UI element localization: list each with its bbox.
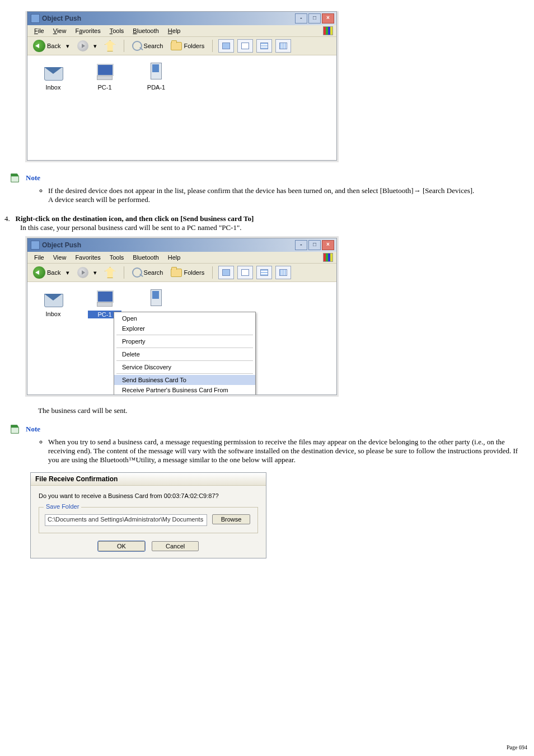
item-label: PDA-1	[139, 84, 173, 91]
cm-receive-business-card[interactable]: Receive Partner's Business Card From	[114, 385, 255, 395]
menu-view[interactable]: View	[49, 254, 71, 261]
view-icons-button[interactable]	[256, 266, 272, 279]
step-subtext: In this case, your personal business car…	[20, 223, 242, 232]
back-dd[interactable]: ▾	[66, 43, 69, 50]
context-menu: Open Explorer Property Delete Service Di…	[114, 312, 256, 395]
dialog-file-receive: File Receive Confirmation Do you want to…	[30, 472, 266, 558]
titlebar[interactable]: Object Push - □ ×	[27, 12, 336, 25]
back-label: Back	[47, 269, 60, 276]
windows-flag-icon	[323, 253, 333, 262]
browse-button[interactable]: Browse	[212, 514, 250, 524]
view-thumb-button[interactable]	[218, 39, 234, 53]
window-object-push-1: Object Push - □ × File View Favorites To…	[27, 11, 337, 161]
item-inbox[interactable]: Inbox	[36, 288, 70, 318]
item-inbox[interactable]: Inbox	[36, 62, 70, 91]
pda-icon	[145, 288, 167, 308]
note-label: Note	[26, 173, 40, 182]
view-tiles-button[interactable]	[237, 266, 253, 279]
item-pda1[interactable]: PDA-1	[139, 62, 173, 91]
pc-icon	[93, 62, 116, 82]
note2-heading: Note	[9, 423, 530, 435]
search-button[interactable]: Search	[130, 40, 166, 52]
folders-button[interactable]: Folders	[168, 41, 207, 51]
up-icon	[105, 267, 116, 278]
step-4: 4. Right-click on the destination icon, …	[4, 214, 530, 232]
cancel-button[interactable]: Cancel	[152, 541, 199, 551]
toolbar: Back ▾ ▾ Search Folders	[27, 37, 336, 55]
search-icon	[132, 267, 142, 278]
menu-tools[interactable]: Tools	[105, 27, 129, 34]
client-area[interactable]: Inbox PC-1 PDA-1	[27, 55, 336, 160]
cm-send-business-card[interactable]: Send Business Card To	[114, 375, 255, 385]
back-button[interactable]: Back ▾	[31, 265, 72, 280]
ok-button[interactable]: OK	[98, 541, 145, 551]
view-thumb-button[interactable]	[218, 266, 234, 279]
titlebar[interactable]: Object Push - □ ×	[27, 238, 336, 252]
forward-button[interactable]: ▾	[75, 266, 99, 279]
cm-delete[interactable]: Delete	[114, 349, 255, 359]
view-list-button[interactable]	[275, 266, 291, 279]
search-label: Search	[144, 43, 163, 49]
cm-explorer[interactable]: Explorer	[114, 323, 255, 334]
item-label: Inbox	[36, 84, 70, 91]
menu-tools[interactable]: Tools	[105, 254, 129, 261]
view-icons-button[interactable]	[256, 39, 272, 53]
forward-icon	[77, 267, 88, 278]
folders-label: Folders	[184, 269, 204, 276]
cm-separator	[116, 373, 253, 374]
note2-body: When you try to send a business card, a …	[26, 438, 530, 464]
close-button[interactable]: ×	[322, 240, 334, 250]
dialog-title[interactable]: File Receive Confirmation	[31, 473, 266, 486]
window-object-push-2: Object Push - □ × File View Favorites To…	[27, 238, 337, 395]
menu-file[interactable]: File	[30, 254, 49, 261]
title-icon	[31, 241, 40, 250]
toolbar: Back ▾ ▾ Search Folders	[27, 264, 336, 282]
up-button[interactable]	[102, 39, 118, 53]
save-path-input[interactable]: C:\Documents and Settings\Administrator\…	[45, 514, 207, 526]
folders-button[interactable]: Folders	[168, 267, 207, 278]
back-icon	[33, 40, 45, 52]
menu-view[interactable]: View	[49, 27, 71, 34]
menu-bluetooth[interactable]: Bluetooth	[128, 254, 163, 261]
back-dd[interactable]: ▾	[66, 269, 69, 276]
cm-separator	[116, 335, 253, 335]
menu-help[interactable]: Help	[163, 27, 185, 34]
cm-property[interactable]: Property	[114, 336, 255, 346]
dialog-question: Do you want to receive a Business Card f…	[39, 492, 258, 499]
note-icon	[9, 423, 21, 435]
back-icon	[33, 266, 45, 279]
view-list-button[interactable]	[275, 39, 291, 53]
forward-button[interactable]: ▾	[75, 39, 99, 53]
fwd-dd[interactable]: ▾	[93, 43, 97, 50]
menu-help[interactable]: Help	[163, 254, 185, 261]
client-area[interactable]: Inbox PC-1 PDA-1 Open Explorer Property …	[27, 282, 336, 395]
step-number: 4.	[4, 214, 10, 223]
folders-label: Folders	[184, 43, 204, 49]
maximize-button[interactable]: □	[308, 13, 321, 24]
menu-bluetooth[interactable]: Bluetooth	[128, 27, 163, 34]
close-button[interactable]: ×	[322, 13, 334, 24]
step-headline: Right-click on the destination icon, and…	[16, 214, 254, 223]
pda-icon	[145, 62, 167, 82]
folders-icon	[171, 269, 182, 277]
menu-favorites[interactable]: Favorites	[71, 27, 105, 34]
note2-bullet: When you try to send a business card, a …	[48, 438, 530, 464]
maximize-button[interactable]: □	[308, 240, 321, 250]
inbox-icon	[42, 62, 64, 82]
menu-file[interactable]: File	[30, 27, 49, 34]
item-pc1[interactable]: PC-1	[88, 62, 121, 91]
cm-service-discovery[interactable]: Service Discovery	[114, 362, 255, 372]
view-tiles-button[interactable]	[237, 39, 253, 53]
pc-icon	[93, 288, 116, 308]
up-icon	[105, 40, 116, 51]
window-title: Object Push	[42, 241, 81, 249]
minimize-button[interactable]: -	[295, 13, 307, 24]
cm-open[interactable]: Open	[114, 313, 255, 323]
menu-favorites[interactable]: Favorites	[71, 254, 105, 261]
minimize-button[interactable]: -	[295, 240, 307, 250]
fwd-dd[interactable]: ▾	[93, 269, 97, 276]
up-button[interactable]	[102, 266, 118, 279]
back-button[interactable]: Back ▾	[31, 39, 72, 53]
search-button[interactable]: Search	[130, 266, 166, 279]
windows-flag-icon	[323, 26, 333, 35]
